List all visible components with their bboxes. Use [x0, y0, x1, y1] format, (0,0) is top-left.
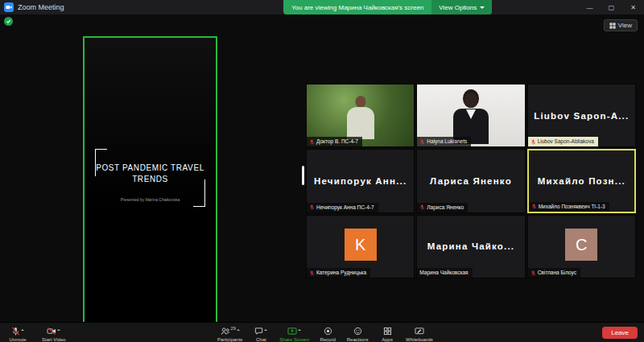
muted-mic-icon — [309, 204, 315, 210]
screen-share-banner-text: You are viewing Марина Чайковская's scre… — [283, 4, 431, 11]
meeting-toolbar: Unmute Start Video 29 Participants Chat — [0, 322, 644, 342]
muted-mic-icon — [419, 204, 425, 210]
window-controls: — ▢ ✕ — [579, 0, 644, 14]
participant-name-label: Нечипорук Анна ПС-4-7 — [307, 203, 378, 212]
participant-photo — [355, 96, 365, 108]
participant-name-label: Liubov Sapon-Abliakova — [528, 137, 598, 146]
muted-camera-icon — [47, 327, 56, 336]
participants-count: 29 — [231, 326, 236, 331]
reactions-smiley-icon — [353, 327, 362, 336]
minimize-button[interactable]: — — [579, 0, 601, 14]
gallery-scroll-indicator[interactable] — [302, 166, 304, 185]
chevron-down-icon — [480, 6, 485, 11]
muted-mic-icon — [530, 139, 536, 145]
slide-subtitle: Presented by Marina Chaikovska — [85, 197, 216, 202]
participant-tile[interactable]: Марина Чайко... Марина Чайковская — [416, 215, 525, 278]
record-button[interactable]: Record — [316, 324, 339, 342]
share-screen-button[interactable]: Share Screen — [279, 324, 309, 342]
participant-name-label: Катерина Рудницька — [307, 268, 370, 278]
reactions-button[interactable]: Reactions — [346, 324, 369, 342]
grid-layout-icon — [609, 23, 616, 29]
screen-share-banner: You are viewing Марина Чайковская's scre… — [283, 0, 492, 14]
participant-avatar: C — [565, 229, 597, 261]
participant-name-label: Михайло Позняквеич ТІ-1-3 — [529, 202, 609, 212]
chevron-up-icon[interactable] — [237, 328, 240, 331]
maximize-button[interactable]: ▢ — [601, 0, 622, 14]
participant-name-label: Марина Чайковская — [417, 268, 472, 278]
participants-icon — [221, 327, 230, 336]
chevron-up-icon[interactable] — [264, 328, 267, 331]
chat-button[interactable]: Chat — [250, 324, 272, 342]
view-button-label: View — [618, 22, 632, 29]
muted-mic-icon — [309, 139, 315, 145]
muted-mic-icon — [11, 327, 20, 336]
titlebar: Zoom Meeting You are viewing Марина Чайк… — [0, 0, 644, 14]
view-options-label: View Options — [439, 4, 477, 11]
leave-button[interactable]: Leave — [602, 327, 638, 339]
participant-tile[interactable]: C Світлана Білоус — [527, 215, 636, 278]
chevron-up-icon[interactable] — [21, 328, 24, 331]
participant-tile-active-speaker[interactable]: Михайло Позн... Михайло Позняквеич ТІ-1-… — [527, 149, 636, 212]
participant-tile[interactable]: K Катерина Рудницька — [306, 215, 415, 278]
window-title: Zoom Meeting — [18, 3, 64, 11]
apps-button[interactable]: Apps — [376, 324, 398, 342]
muted-mic-icon — [530, 270, 536, 276]
participant-tile[interactable]: Лариса Яненко Лариса Яненко — [416, 149, 525, 212]
close-button[interactable]: ✕ — [622, 0, 644, 14]
chat-icon — [254, 327, 263, 336]
muted-mic-icon — [531, 204, 537, 209]
participant-name-label: Доктор В. ПС-4-7 — [307, 137, 362, 146]
participant-tile[interactable]: Halyna Lukianets — [416, 84, 525, 147]
share-screen-icon — [287, 327, 297, 336]
whiteboard-icon — [415, 327, 424, 336]
participant-avatar: K — [345, 229, 377, 261]
participant-name-label: Лариса Яненко — [417, 203, 468, 212]
participant-tile[interactable]: Доктор В. ПС-4-7 — [306, 84, 415, 147]
participant-tile[interactable]: Нечипорук Анн... Нечипорук Анна ПС-4-7 — [306, 149, 415, 212]
view-layout-button[interactable]: View — [604, 19, 638, 31]
chevron-up-icon[interactable] — [57, 328, 60, 331]
participant-tile[interactable]: Liubov Sapon-A... Liubov Sapon-Abliakova — [527, 84, 636, 147]
encryption-shield-icon[interactable] — [4, 17, 13, 26]
unmute-button[interactable]: Unmute — [6, 324, 29, 342]
participant-name-label: Світлана Білоус — [528, 268, 580, 278]
apps-icon — [383, 327, 392, 336]
slide-title: POST PANDEMIC TRAVEL TRENDS — [94, 163, 206, 185]
shared-screen-area: POST PANDEMIC TRAVEL TRENDS Presented by… — [83, 36, 217, 323]
start-video-button[interactable]: Start Video — [42, 324, 66, 342]
zoom-logo-icon — [4, 2, 14, 12]
record-icon — [324, 327, 332, 336]
muted-mic-icon — [309, 270, 315, 276]
zoom-meeting-window: { "titlebar": { "app_title": "Zoom Meeti… — [0, 0, 644, 342]
participants-grid: Доктор В. ПС-4-7 Halyna Lukianets Liubov… — [306, 84, 636, 278]
participant-name-label: Halyna Lukianets — [417, 137, 471, 146]
participants-button[interactable]: 29 Participants — [217, 324, 242, 342]
muted-mic-icon — [419, 139, 425, 145]
view-options-button[interactable]: View Options — [431, 0, 492, 14]
chevron-up-icon[interactable] — [298, 328, 301, 331]
whiteboards-button[interactable]: Whiteboards — [406, 324, 433, 342]
participant-photo — [464, 93, 477, 108]
